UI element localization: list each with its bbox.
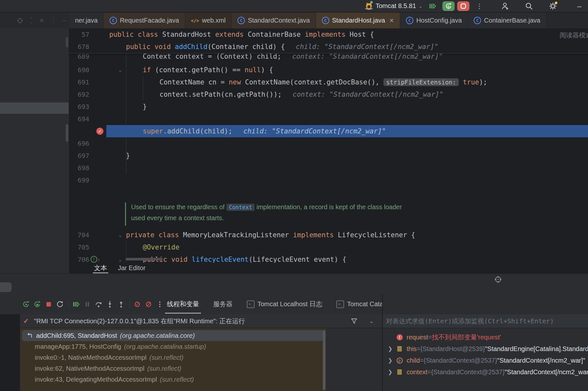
variable-row-child[interactable]: ❯pchild = {StandardContext@2537} "Standa… bbox=[383, 355, 588, 366]
code-editor[interactable]: 689Context context = (Context) child;con… bbox=[69, 28, 588, 263]
rerun-arrow-icon[interactable] bbox=[56, 300, 64, 308]
run-configuration-selector[interactable]: Tomcat 8.5.81 ⌄ bbox=[365, 2, 422, 10]
gear-icon[interactable] bbox=[549, 2, 557, 10]
expand-chevron-icon[interactable]: ❯ bbox=[388, 346, 394, 352]
code-text: public void lifecycleEvent(LifecycleEven… bbox=[143, 253, 346, 263]
kebab-icon[interactable] bbox=[156, 300, 164, 308]
code-line-694[interactable]: 694 bbox=[69, 113, 588, 125]
frames-scrollbar[interactable] bbox=[323, 330, 325, 390]
evaluate-expression-input[interactable]: 对表达式求值(Enter)或添加监视(Ctrl+Shift+Enter) bbox=[383, 314, 588, 328]
restart-debug-button[interactable] bbox=[442, 1, 455, 11]
expand-chevron-icon[interactable]: ❯ bbox=[388, 357, 394, 364]
rerun-icon[interactable] bbox=[22, 300, 30, 308]
left-panel-selection-band[interactable] bbox=[0, 103, 69, 114]
fold-chevron-icon[interactable]: ⌄ bbox=[117, 253, 123, 263]
code-text: } bbox=[143, 101, 147, 113]
code-line-693[interactable]: 693} bbox=[69, 101, 588, 113]
stack-frame-row[interactable]: invoke0:-1, NativeMethodAccessorImpl(sun… bbox=[22, 352, 323, 363]
step-into-icon[interactable] bbox=[106, 300, 114, 308]
left-panel-scrollbar[interactable] bbox=[66, 37, 68, 47]
debug-tab-Tomcat-Localhost-日志[interactable]: >_Tomcat Localhost 日志 bbox=[247, 294, 322, 314]
code-line-690[interactable]: 690⌄if (context.getPath() == null) { bbox=[69, 64, 588, 76]
breakpoint-icon[interactable]: ✓ bbox=[96, 128, 103, 135]
code-line-699[interactable]: 699 bbox=[69, 174, 588, 186]
sticky-line-678[interactable]: 678public void addChild(Container child)… bbox=[69, 41, 588, 53]
frame-method: invoke0:-1, NativeMethodAccessorImpl bbox=[35, 354, 147, 361]
view-breakpoints-icon[interactable] bbox=[133, 300, 141, 308]
tab-hostconfig-java[interactable]: CHostConfig.java bbox=[400, 13, 468, 28]
stack-frame-row[interactable]: addChild:695, StandardHost(org.apache.ca… bbox=[22, 330, 323, 341]
close-icon[interactable]: ✕ bbox=[39, 17, 44, 24]
variable-row-this[interactable]: ❯this = {StandardHost@2539} "StandardEng… bbox=[383, 343, 588, 355]
line-number: 696 bbox=[69, 137, 89, 150]
code-line-698[interactable]: 698 bbox=[69, 162, 588, 174]
step-over-icon[interactable] bbox=[94, 300, 103, 308]
code-line-691[interactable]: 691ContextName cn = new ContextName(cont… bbox=[69, 76, 588, 88]
add-user-icon[interactable] bbox=[501, 2, 509, 10]
debug-tab-线程和变量[interactable]: 线程和变量 bbox=[167, 294, 199, 314]
line-number: 693 bbox=[69, 101, 89, 113]
stack-frames-list: addChild:695, StandardHost(org.apache.ca… bbox=[20, 328, 326, 391]
code-line-704[interactable]: 704⌄private class MemoryLeakTrackingList… bbox=[69, 229, 588, 241]
fold-chevron-icon[interactable]: ⌄ bbox=[117, 229, 123, 241]
close-icon[interactable]: ✕ bbox=[389, 17, 394, 24]
tool-window-stripe-button[interactable] bbox=[0, 282, 12, 292]
code-line-695[interactable]: ✓super.addChild(child);child: "StandardC… bbox=[69, 125, 588, 137]
up-arrow-icon: ↑ bbox=[98, 254, 100, 263]
code-line-697[interactable]: 697} bbox=[69, 150, 588, 162]
inline-debugger-hint: context: "StandardContext[/ncm2_war]" bbox=[292, 53, 443, 60]
editor-bottom-tab-active[interactable]: 文本 bbox=[94, 263, 107, 273]
minimize-icon[interactable]: – bbox=[575, 2, 583, 10]
minus-icon[interactable]: – bbox=[63, 17, 66, 24]
tab-containerbase-java[interactable]: CContainerBase.java bbox=[468, 13, 546, 28]
code-line-692[interactable]: 692context.setPath(cn.getPath());context… bbox=[69, 88, 588, 101]
variable-row-request[interactable]: !request = 找不到局部变量'request' bbox=[383, 331, 588, 343]
filter-funnel-icon[interactable] bbox=[351, 318, 357, 324]
code-line-705[interactable]: 705@Override bbox=[69, 241, 588, 253]
pause-icon[interactable] bbox=[83, 300, 92, 308]
editor-bottom-tab-inactive[interactable]: Jar Editor bbox=[118, 263, 146, 273]
tomcat-icon bbox=[365, 2, 373, 10]
tab-web-xml[interactable]: </>web.xml bbox=[185, 13, 232, 28]
stop-button[interactable] bbox=[457, 1, 469, 11]
stack-frame-row[interactable]: manageApp:1775, HostConfig(org.apache.ca… bbox=[22, 341, 323, 352]
tab-label: HostConfig.java bbox=[416, 17, 462, 24]
debug-tab-服务器[interactable]: 服务器 bbox=[213, 294, 233, 314]
frame-method: invoke:62, NativeMethodAccessorImpl bbox=[35, 365, 144, 372]
sticky-line-57[interactable]: 57public class StandardHost extends Cont… bbox=[69, 28, 588, 41]
value-icon bbox=[397, 369, 402, 375]
tab-ner-java[interactable]: ner.java bbox=[69, 13, 104, 28]
mute-breakpoints-icon[interactable] bbox=[144, 300, 153, 308]
updown-chevrons-icon[interactable]: ⌃⌄ bbox=[30, 17, 33, 24]
variable-row-context[interactable]: ❯context = {StandardContext@2537} "Stand… bbox=[383, 366, 588, 378]
chevron-down-icon[interactable]: ⌄ bbox=[370, 318, 374, 324]
implementing-method-icon[interactable]: I bbox=[91, 256, 97, 263]
line-number: 57 bbox=[69, 28, 89, 41]
tab-standardcontext-java[interactable]: CStandardContext.java bbox=[232, 13, 316, 28]
code-line-696[interactable]: 696 bbox=[69, 137, 588, 150]
kebab-icon[interactable]: ⋮ bbox=[475, 2, 484, 10]
restart-debug-icon[interactable] bbox=[33, 300, 42, 308]
resume-icon[interactable] bbox=[72, 300, 80, 308]
search-icon[interactable] bbox=[525, 2, 533, 10]
stack-frame-row[interactable]: invoke:43, DelegatingMethodAccessorImpl(… bbox=[22, 374, 323, 385]
target-icon[interactable] bbox=[17, 17, 23, 24]
kebab-icon[interactable]: ⋮ bbox=[51, 17, 56, 24]
tab-requestfacade-java[interactable]: CRequestFacade.java bbox=[104, 13, 185, 28]
debug-tab-label: 线程和变量 bbox=[167, 300, 199, 308]
resume-icon[interactable] bbox=[428, 2, 437, 10]
tab-standardhost-java[interactable]: CStandardHost.java✕ bbox=[316, 13, 400, 28]
tab-label: ner.java bbox=[75, 17, 98, 24]
horizontal-scrollbar[interactable] bbox=[126, 258, 163, 260]
line-number: 690 bbox=[69, 64, 89, 76]
fold-chevron-icon[interactable]: ⌄ bbox=[117, 64, 123, 76]
expand-chevron-icon[interactable]: ❯ bbox=[388, 369, 394, 376]
stack-frame-row[interactable]: invoke:62, NativeMethodAccessorImpl(sun.… bbox=[22, 363, 323, 374]
left-panel-scrollbar[interactable] bbox=[66, 124, 68, 142]
stop-icon[interactable] bbox=[44, 300, 53, 308]
code-line-689[interactable]: 689Context context = (Context) child;con… bbox=[69, 53, 588, 63]
thread-selector-row[interactable]: ✓ "RMI TCP Connection(2)-127.0.0.1"@1,83… bbox=[20, 314, 382, 328]
code-text: if (context.getPath() == null) { bbox=[143, 64, 273, 76]
step-out-icon[interactable] bbox=[117, 300, 125, 308]
crosshair-icon[interactable] bbox=[494, 276, 502, 283]
